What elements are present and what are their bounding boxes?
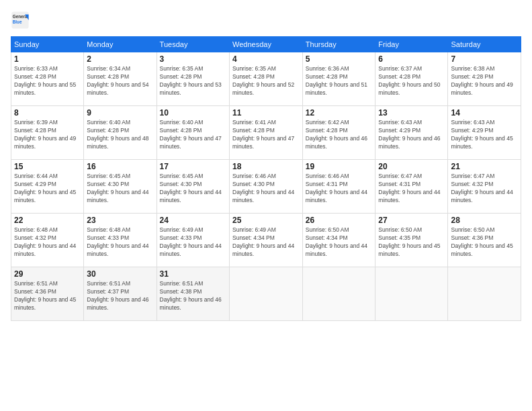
calendar-cell: 20 Sunrise: 6:47 AMSunset: 4:31 PMDaylig… xyxy=(375,160,448,214)
calendar-cell: 19 Sunrise: 6:46 AMSunset: 4:31 PMDaylig… xyxy=(302,160,375,214)
day-number: 29 xyxy=(14,269,81,279)
day-info: Sunrise: 6:46 AMSunset: 4:30 PMDaylight:… xyxy=(232,173,294,203)
calendar-cell xyxy=(230,267,303,321)
week-row-1: 1 Sunrise: 6:33 AMSunset: 4:28 PMDayligh… xyxy=(11,52,521,106)
day-number: 21 xyxy=(451,162,518,171)
calendar-cell xyxy=(302,267,375,321)
day-info: Sunrise: 6:45 AMSunset: 4:30 PMDaylight:… xyxy=(160,173,222,203)
calendar-cell: 1 Sunrise: 6:33 AMSunset: 4:28 PMDayligh… xyxy=(11,52,84,106)
day-info: Sunrise: 6:51 AMSunset: 4:36 PMDaylight:… xyxy=(14,280,76,311)
weekday-header-row: SundayMondayTuesdayWednesdayThursdayFrid… xyxy=(11,37,521,52)
calendar-cell: 18 Sunrise: 6:46 AMSunset: 4:30 PMDaylig… xyxy=(230,160,303,214)
calendar-cell: 28 Sunrise: 6:50 AMSunset: 4:36 PMDaylig… xyxy=(448,214,521,267)
svg-text:Blue: Blue xyxy=(13,19,22,24)
day-info: Sunrise: 6:35 AMSunset: 4:28 PMDaylight:… xyxy=(232,65,294,96)
day-number: 5 xyxy=(306,54,373,64)
day-info: Sunrise: 6:45 AMSunset: 4:30 PMDaylight:… xyxy=(87,173,148,203)
logo: General Blue xyxy=(11,11,32,30)
day-info: Sunrise: 6:51 AMSunset: 4:37 PMDaylight:… xyxy=(87,280,148,311)
calendar-cell: 30 Sunrise: 6:51 AMSunset: 4:37 PMDaylig… xyxy=(84,267,157,321)
day-info: Sunrise: 6:49 AMSunset: 4:33 PMDaylight:… xyxy=(160,226,222,257)
day-info: Sunrise: 6:48 AMSunset: 4:33 PMDaylight:… xyxy=(87,226,148,257)
weekday-header-wednesday: Wednesday xyxy=(230,37,303,52)
day-info: Sunrise: 6:38 AMSunset: 4:28 PMDaylight:… xyxy=(451,65,513,96)
day-number: 15 xyxy=(14,162,81,171)
calendar-cell: 17 Sunrise: 6:45 AMSunset: 4:30 PMDaylig… xyxy=(157,160,229,214)
calendar-cell: 22 Sunrise: 6:48 AMSunset: 4:32 PMDaylig… xyxy=(11,214,84,267)
day-number: 19 xyxy=(306,162,373,171)
day-number: 31 xyxy=(160,269,226,279)
day-info: Sunrise: 6:33 AMSunset: 4:28 PMDaylight:… xyxy=(14,65,76,96)
calendar-cell: 16 Sunrise: 6:45 AMSunset: 4:30 PMDaylig… xyxy=(84,160,157,214)
calendar-cell: 2 Sunrise: 6:34 AMSunset: 4:28 PMDayligh… xyxy=(84,52,157,106)
weekday-header-saturday: Saturday xyxy=(448,37,521,52)
weekday-header-thursday: Thursday xyxy=(302,37,375,52)
day-number: 14 xyxy=(451,108,518,118)
calendar-cell xyxy=(448,267,521,321)
day-number: 16 xyxy=(87,162,153,171)
calendar-cell: 7 Sunrise: 6:38 AMSunset: 4:28 PMDayligh… xyxy=(448,52,521,106)
day-number: 9 xyxy=(87,108,153,118)
day-info: Sunrise: 6:50 AMSunset: 4:36 PMDaylight:… xyxy=(451,226,513,257)
day-number: 3 xyxy=(160,54,226,64)
calendar-cell: 4 Sunrise: 6:35 AMSunset: 4:28 PMDayligh… xyxy=(230,52,303,106)
weekday-header-friday: Friday xyxy=(375,37,448,52)
weekday-header-sunday: Sunday xyxy=(11,37,84,52)
day-info: Sunrise: 6:50 AMSunset: 4:35 PMDaylight:… xyxy=(378,226,440,257)
calendar-cell: 27 Sunrise: 6:50 AMSunset: 4:35 PMDaylig… xyxy=(375,214,448,267)
calendar-cell: 6 Sunrise: 6:37 AMSunset: 4:28 PMDayligh… xyxy=(375,52,448,106)
day-info: Sunrise: 6:40 AMSunset: 4:28 PMDaylight:… xyxy=(87,119,148,150)
calendar-table: SundayMondayTuesdayWednesdayThursdayFrid… xyxy=(11,36,521,321)
day-info: Sunrise: 6:51 AMSunset: 4:38 PMDaylight:… xyxy=(160,280,222,311)
calendar-cell xyxy=(375,267,448,321)
calendar-cell: 10 Sunrise: 6:40 AMSunset: 4:28 PMDaylig… xyxy=(157,106,229,160)
week-row-5: 29 Sunrise: 6:51 AMSunset: 4:36 PMDaylig… xyxy=(11,267,521,321)
weekday-header-tuesday: Tuesday xyxy=(157,37,229,52)
day-info: Sunrise: 6:42 AMSunset: 4:28 PMDaylight:… xyxy=(306,119,367,150)
day-info: Sunrise: 6:35 AMSunset: 4:28 PMDaylight:… xyxy=(160,65,222,96)
day-number: 18 xyxy=(232,162,300,171)
day-info: Sunrise: 6:50 AMSunset: 4:34 PMDaylight:… xyxy=(306,226,367,257)
day-number: 6 xyxy=(378,54,445,64)
day-number: 30 xyxy=(87,269,153,279)
day-number: 2 xyxy=(87,54,153,64)
week-row-3: 15 Sunrise: 6:44 AMSunset: 4:29 PMDaylig… xyxy=(11,160,521,214)
calendar-cell: 25 Sunrise: 6:49 AMSunset: 4:34 PMDaylig… xyxy=(230,214,303,267)
day-info: Sunrise: 6:43 AMSunset: 4:29 PMDaylight:… xyxy=(378,119,440,150)
day-number: 4 xyxy=(232,54,300,64)
calendar-cell: 24 Sunrise: 6:49 AMSunset: 4:33 PMDaylig… xyxy=(157,214,229,267)
week-row-2: 8 Sunrise: 6:39 AMSunset: 4:28 PMDayligh… xyxy=(11,106,521,160)
day-info: Sunrise: 6:47 AMSunset: 4:32 PMDaylight:… xyxy=(451,173,513,203)
calendar-cell: 8 Sunrise: 6:39 AMSunset: 4:28 PMDayligh… xyxy=(11,106,84,160)
weekday-header-monday: Monday xyxy=(84,37,157,52)
calendar-cell: 26 Sunrise: 6:50 AMSunset: 4:34 PMDaylig… xyxy=(302,214,375,267)
day-number: 24 xyxy=(160,216,226,225)
day-info: Sunrise: 6:47 AMSunset: 4:31 PMDaylight:… xyxy=(378,173,440,203)
calendar-cell: 23 Sunrise: 6:48 AMSunset: 4:33 PMDaylig… xyxy=(84,214,157,267)
calendar-cell: 31 Sunrise: 6:51 AMSunset: 4:38 PMDaylig… xyxy=(157,267,229,321)
day-number: 13 xyxy=(378,108,445,118)
day-info: Sunrise: 6:37 AMSunset: 4:28 PMDaylight:… xyxy=(378,65,440,96)
page-container: General Blue SundayMondayTuesdayWednesda… xyxy=(0,0,532,411)
calendar-cell: 11 Sunrise: 6:41 AMSunset: 4:28 PMDaylig… xyxy=(230,106,303,160)
day-number: 12 xyxy=(306,108,373,118)
day-info: Sunrise: 6:49 AMSunset: 4:34 PMDaylight:… xyxy=(232,226,294,257)
day-number: 25 xyxy=(232,216,300,225)
day-number: 1 xyxy=(14,54,81,64)
day-number: 27 xyxy=(378,216,445,225)
calendar-cell: 21 Sunrise: 6:47 AMSunset: 4:32 PMDaylig… xyxy=(448,160,521,214)
day-number: 20 xyxy=(378,162,445,171)
calendar-cell: 3 Sunrise: 6:35 AMSunset: 4:28 PMDayligh… xyxy=(157,52,229,106)
day-info: Sunrise: 6:39 AMSunset: 4:28 PMDaylight:… xyxy=(14,119,76,150)
day-info: Sunrise: 6:41 AMSunset: 4:28 PMDaylight:… xyxy=(232,119,294,150)
calendar-cell: 5 Sunrise: 6:36 AMSunset: 4:28 PMDayligh… xyxy=(302,52,375,106)
day-info: Sunrise: 6:48 AMSunset: 4:32 PMDaylight:… xyxy=(14,226,76,257)
day-info: Sunrise: 6:34 AMSunset: 4:28 PMDaylight:… xyxy=(87,65,148,96)
page-header: General Blue xyxy=(11,11,521,30)
day-number: 28 xyxy=(451,216,518,225)
day-info: Sunrise: 6:44 AMSunset: 4:29 PMDaylight:… xyxy=(14,173,76,203)
calendar-cell: 13 Sunrise: 6:43 AMSunset: 4:29 PMDaylig… xyxy=(375,106,448,160)
day-number: 17 xyxy=(160,162,226,171)
calendar-cell: 12 Sunrise: 6:42 AMSunset: 4:28 PMDaylig… xyxy=(302,106,375,160)
logo-icon: General Blue xyxy=(11,11,30,30)
